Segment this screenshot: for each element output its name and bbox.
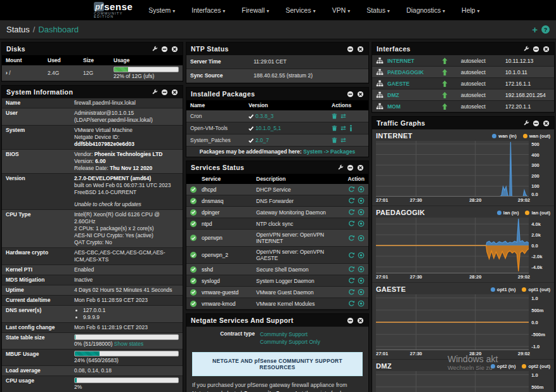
- stop-service-icon[interactable]: [358, 220, 365, 227]
- stop-service-icon[interactable]: [358, 252, 365, 259]
- info-icon[interactable]: [349, 125, 352, 131]
- menu-system[interactable]: System ▾: [140, 6, 183, 14]
- close-circle-icon[interactable]: [357, 91, 364, 98]
- wrench-icon[interactable]: [152, 46, 158, 52]
- package-version-link[interactable]: 0.3.8_3: [255, 113, 273, 119]
- menu-label: Firewall: [242, 6, 266, 14]
- interface-name-link[interactable]: PAEDAGOGIK: [387, 69, 442, 75]
- restart-service-icon[interactable]: [348, 277, 355, 284]
- close-circle-icon[interactable]: [543, 46, 550, 53]
- wrench-icon[interactable]: [523, 46, 529, 52]
- interface-ip: 172.20.1.1: [505, 103, 550, 110]
- disks-panel-title: Disks: [6, 45, 25, 53]
- y-tick-label: 4.0k: [531, 221, 541, 227]
- menu-services[interactable]: Services ▾: [277, 6, 323, 14]
- inline-link[interactable]: Show states: [114, 341, 143, 347]
- package-version-link[interactable]: 2.0_7: [255, 137, 269, 143]
- close-circle-icon[interactable]: [543, 120, 550, 127]
- service-row: dnsmasqDNS Forwarder: [186, 195, 368, 207]
- interface-type: [376, 91, 387, 98]
- support-paragraph: If you purchased your pfSense gateway fi…: [186, 381, 368, 392]
- stop-service-icon[interactable]: [358, 209, 365, 216]
- interface-row: PAEDAGOGIKautoselect10.1.0.11: [372, 67, 554, 78]
- usage-bar-caption: 0% (51/198000) Show states: [74, 341, 179, 348]
- packages-footer-link[interactable]: System -> Packages: [303, 148, 355, 155]
- add-widget-icon[interactable]: +: [532, 25, 538, 34]
- reinstall-icon[interactable]: [340, 125, 347, 131]
- stop-service-icon[interactable]: [358, 186, 365, 193]
- disk-usage-caption: 22% of 12G (ufs): [113, 73, 179, 79]
- sysinfo-row: Namefirewall.paedml-linux.lokal: [2, 98, 183, 108]
- reinstall-icon[interactable]: [340, 137, 347, 143]
- interface-row: GAESTEautoselect172.16.1.1: [372, 78, 554, 89]
- legend-item: opt2 (in): [491, 363, 516, 369]
- restart-service-icon[interactable]: [348, 186, 355, 193]
- sysinfo-label: Load average: [6, 367, 74, 374]
- sysinfo-value: 127.0.0.19.9.9.9: [74, 307, 179, 321]
- menu-help[interactable]: Help ▾: [453, 6, 488, 14]
- contract-type-value[interactable]: Community Support Only: [260, 338, 320, 346]
- trash-icon[interactable]: [332, 137, 337, 143]
- interface-name-link[interactable]: INTERNET: [387, 58, 442, 64]
- value-line: 4 Days 02 Hours 52 Minutes 41 Seconds: [74, 287, 179, 294]
- restart-service-icon[interactable]: [348, 289, 355, 296]
- restart-service-icon[interactable]: [348, 235, 355, 242]
- minus-circle-icon[interactable]: [161, 89, 168, 96]
- restart-service-icon[interactable]: [348, 300, 355, 307]
- minus-circle-icon[interactable]: [161, 46, 168, 53]
- close-circle-icon[interactable]: [171, 46, 178, 53]
- contract-type-value[interactable]: Community Support: [260, 330, 320, 338]
- minus-circle-icon[interactable]: [347, 91, 354, 98]
- stop-service-icon[interactable]: [358, 300, 365, 307]
- stop-service-icon[interactable]: [358, 197, 365, 204]
- interface-status: [442, 81, 461, 87]
- menu-interfaces[interactable]: Interfaces ▾: [183, 6, 233, 14]
- minus-circle-icon[interactable]: [347, 46, 354, 53]
- y-tick-label: 1.0: [531, 296, 538, 301]
- sysinfo-label: DNS server(s): [6, 307, 74, 321]
- package-version-link[interactable]: 10.1.0_5,1: [255, 125, 281, 131]
- menu-firewall[interactable]: Firewall ▾: [233, 6, 277, 14]
- interface-name-link[interactable]: DMZ: [387, 92, 442, 98]
- restart-service-icon[interactable]: [348, 220, 355, 227]
- pfsense-logo[interactable]: pfsense COMMUNITY EDITION: [94, 2, 133, 19]
- wrench-icon[interactable]: [337, 164, 344, 171]
- wrench-icon[interactable]: [523, 120, 529, 126]
- y-tick-label: 400: [531, 152, 540, 158]
- restart-service-icon[interactable]: [348, 266, 355, 273]
- menu-label: Interfaces: [191, 6, 223, 14]
- minus-circle-icon[interactable]: [533, 46, 540, 53]
- stop-service-icon[interactable]: [358, 289, 365, 296]
- menu-vpn[interactable]: VPN ▾: [324, 6, 359, 14]
- help-icon[interactable]: ?: [541, 25, 550, 34]
- interface-ip: 10.1.0.11: [505, 69, 550, 75]
- interface-name-link[interactable]: GAESTE: [387, 81, 442, 87]
- stop-service-icon[interactable]: [358, 235, 365, 242]
- reinstall-icon[interactable]: [340, 113, 347, 119]
- trash-icon[interactable]: [332, 113, 337, 119]
- trash-icon[interactable]: [332, 125, 337, 131]
- stop-service-icon[interactable]: [358, 277, 365, 284]
- minus-circle-icon[interactable]: [347, 317, 354, 324]
- interface-name-link[interactable]: MOM: [387, 103, 442, 110]
- minus-circle-icon[interactable]: [347, 164, 354, 171]
- installed-packages-title: Installed Packages: [191, 90, 255, 98]
- restart-service-icon[interactable]: [348, 252, 355, 259]
- y-tick-label: 500m: [531, 308, 543, 313]
- minus-circle-icon[interactable]: [533, 120, 540, 127]
- breadcrumb-page: Dashboard: [38, 25, 79, 34]
- package-version: 10.1.0_5,1: [249, 125, 332, 131]
- close-circle-icon[interactable]: [171, 89, 178, 96]
- menu-status[interactable]: Status ▾: [358, 6, 398, 14]
- service-status: [190, 209, 202, 216]
- restart-service-icon[interactable]: [348, 197, 355, 204]
- restart-service-icon[interactable]: [348, 209, 355, 216]
- close-circle-icon[interactable]: [357, 46, 364, 53]
- stop-service-icon[interactable]: [358, 266, 365, 273]
- close-circle-icon[interactable]: [357, 317, 364, 324]
- menu-diagnostics[interactable]: Diagnostics ▾: [398, 6, 453, 14]
- interface-status: [442, 69, 461, 75]
- disk-mount[interactable]: › /: [6, 70, 48, 76]
- close-circle-icon[interactable]: [357, 164, 364, 171]
- wrench-icon[interactable]: [152, 89, 158, 95]
